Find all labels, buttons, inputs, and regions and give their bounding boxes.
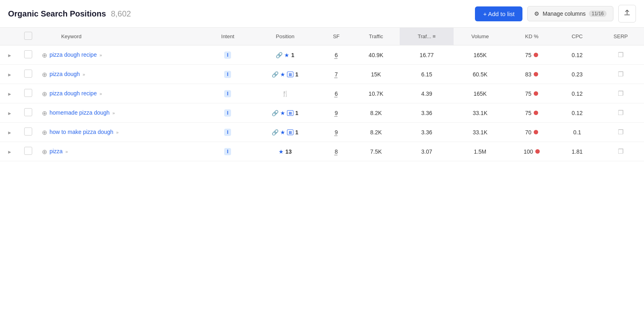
keyword-chevron: » bbox=[111, 111, 115, 115]
position-number: 1 bbox=[291, 52, 294, 58]
sf-value[interactable]: 6 bbox=[335, 90, 338, 97]
intent-badge: I bbox=[224, 148, 231, 155]
intent-badge: I bbox=[224, 51, 231, 59]
expand-icon[interactable]: ► bbox=[5, 91, 14, 97]
keyword-chevron: » bbox=[115, 130, 119, 135]
th-traffic: Traffic bbox=[352, 28, 400, 45]
star-icon: ★ bbox=[284, 52, 289, 58]
gear-icon: ⚙ bbox=[534, 10, 539, 17]
keyword-add-icon[interactable]: ⊕ bbox=[42, 90, 47, 98]
link-icon: 🔗 bbox=[272, 129, 279, 136]
image-icon: ▦ bbox=[287, 72, 293, 77]
sf-value[interactable]: 9 bbox=[335, 129, 338, 136]
table-row: ► ⊕ pizza » I★1387.5K3.071.5M1001.81❐ bbox=[0, 142, 644, 161]
kd-dot bbox=[534, 130, 538, 134]
th-sf: SF bbox=[320, 28, 352, 45]
cpc-value: 0.12 bbox=[557, 84, 597, 103]
kd-value: 100 bbox=[524, 148, 533, 155]
expand-icon[interactable]: ► bbox=[5, 111, 14, 116]
traffic-value: 7.5K bbox=[352, 142, 400, 161]
image-icon: ▦ bbox=[287, 110, 293, 116]
expand-icon[interactable]: ► bbox=[5, 72, 14, 78]
table-row: ► ⊕ pizza dough recipe » I🍴610.7K4.39165… bbox=[0, 84, 644, 103]
keyword-link[interactable]: pizza dough bbox=[50, 71, 80, 77]
intent-badge: I bbox=[224, 109, 231, 117]
add-to-list-button[interactable]: + Add to list bbox=[475, 6, 522, 21]
intent-badge: I bbox=[224, 90, 231, 97]
header-checkbox[interactable] bbox=[24, 32, 32, 40]
keyword-add-icon[interactable]: ⊕ bbox=[42, 51, 47, 59]
th-keyword: Keyword bbox=[37, 28, 206, 45]
kd-dot bbox=[534, 91, 538, 96]
serp-icon[interactable]: ❐ bbox=[618, 71, 623, 78]
export-icon bbox=[623, 9, 631, 18]
th-expand bbox=[0, 28, 19, 45]
volume-value: 1.5M bbox=[454, 142, 506, 161]
row-checkbox[interactable] bbox=[24, 89, 32, 97]
star-icon: ★ bbox=[279, 148, 284, 155]
volume-value: 165K bbox=[454, 84, 506, 103]
keyword-chevron: » bbox=[64, 149, 68, 154]
sf-value[interactable]: 7 bbox=[335, 71, 338, 78]
serp-icon[interactable]: ❐ bbox=[618, 90, 623, 97]
star-icon: ★ bbox=[280, 129, 285, 136]
volume-value: 165K bbox=[454, 45, 506, 65]
th-traffic-change[interactable]: Traf... ≡ bbox=[400, 28, 454, 45]
keyword-chevron: » bbox=[98, 91, 102, 96]
position-number: 13 bbox=[285, 148, 292, 155]
traffic-change-value: 4.39 bbox=[400, 84, 454, 103]
th-kd: KD % bbox=[506, 28, 557, 45]
kd-dot bbox=[534, 72, 538, 76]
link-icon: 🔗 bbox=[276, 52, 283, 58]
kd-value: 75 bbox=[525, 90, 532, 97]
traffic-change-value: 6.15 bbox=[400, 65, 454, 84]
serp-icon[interactable]: ❐ bbox=[618, 129, 623, 136]
row-checkbox[interactable] bbox=[24, 70, 32, 78]
intent-badge: I bbox=[224, 129, 231, 136]
keyword-link[interactable]: how to make pizza dough bbox=[50, 129, 114, 135]
traffic-change-value: 3.36 bbox=[400, 103, 454, 123]
row-checkbox[interactable] bbox=[24, 147, 32, 155]
keyword-link[interactable]: homemade pizza dough bbox=[50, 109, 109, 116]
intent-badge: I bbox=[224, 71, 231, 78]
fork-icon: 🍴 bbox=[282, 90, 289, 97]
cpc-value: 0.12 bbox=[557, 103, 597, 123]
traffic-value: 8.2K bbox=[352, 103, 400, 123]
table-row: ► ⊕ homemade pizza dough » I🔗★▦198.2K3.3… bbox=[0, 103, 644, 123]
volume-value: 60.5K bbox=[454, 65, 506, 84]
sf-value[interactable]: 9 bbox=[335, 110, 338, 116]
serp-icon[interactable]: ❐ bbox=[618, 51, 623, 58]
keyword-add-icon[interactable]: ⊕ bbox=[42, 148, 47, 156]
export-button[interactable] bbox=[618, 5, 636, 23]
serp-icon[interactable]: ❐ bbox=[618, 148, 623, 155]
th-serp: SERP bbox=[597, 28, 644, 45]
manage-columns-button[interactable]: ⚙ Manage columns 11/16 bbox=[527, 6, 613, 21]
expand-icon[interactable]: ► bbox=[5, 149, 14, 155]
row-checkbox[interactable] bbox=[24, 50, 32, 58]
th-checkbox bbox=[19, 28, 37, 45]
link-icon: 🔗 bbox=[272, 110, 279, 116]
kd-value: 75 bbox=[525, 110, 532, 116]
traffic-value: 10.7K bbox=[352, 84, 400, 103]
keyword-link[interactable]: pizza dough recipe bbox=[50, 90, 97, 97]
table-row: ► ⊕ how to make pizza dough » I🔗★▦198.2K… bbox=[0, 123, 644, 142]
page-title: Organic Search Positions bbox=[8, 9, 106, 19]
keyword-add-icon[interactable]: ⊕ bbox=[42, 109, 47, 117]
keyword-link[interactable]: pizza bbox=[50, 148, 63, 154]
position-number: 1 bbox=[295, 110, 298, 116]
expand-icon[interactable]: ► bbox=[5, 53, 14, 58]
keyword-link[interactable]: pizza dough recipe bbox=[50, 51, 97, 58]
traffic-change-value: 3.36 bbox=[400, 123, 454, 142]
sf-value[interactable]: 8 bbox=[335, 148, 338, 155]
star-icon: ★ bbox=[280, 110, 285, 116]
expand-icon[interactable]: ► bbox=[5, 130, 14, 136]
sf-value[interactable]: 6 bbox=[335, 52, 338, 58]
cpc-value: 0.12 bbox=[557, 45, 597, 65]
row-checkbox[interactable] bbox=[24, 108, 32, 116]
cpc-value: 0.1 bbox=[557, 123, 597, 142]
keyword-add-icon[interactable]: ⊕ bbox=[42, 71, 47, 78]
keyword-add-icon[interactable]: ⊕ bbox=[42, 129, 47, 136]
serp-icon[interactable]: ❐ bbox=[618, 109, 623, 116]
row-checkbox[interactable] bbox=[24, 127, 32, 136]
th-position: Position bbox=[250, 28, 320, 45]
